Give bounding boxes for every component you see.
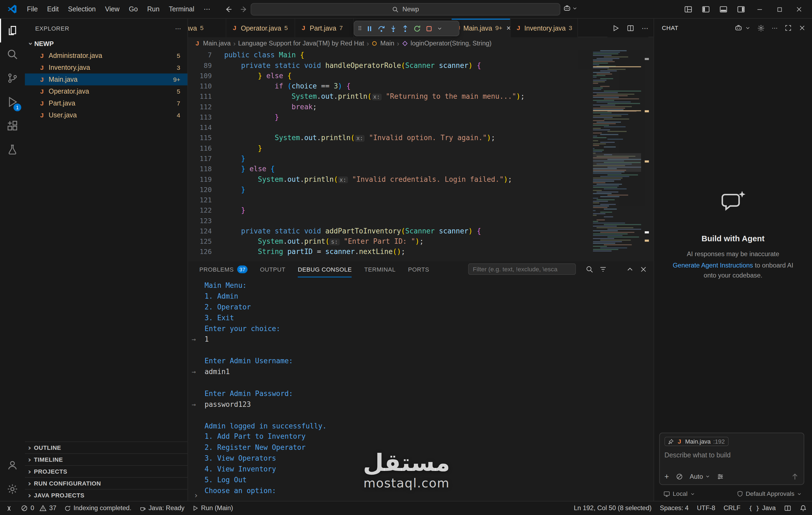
menubar-item[interactable]: Run [142,3,164,15]
maximize-panel-icon[interactable] [626,266,634,273]
maximize-button[interactable] [771,0,788,19]
remote-indicator-icon[interactable] [5,505,13,512]
toggle-primary-sidebar-icon[interactable] [698,3,714,16]
panel-tab[interactable]: PROBLEMS 37 [200,261,248,277]
run-file-icon[interactable] [612,24,619,32]
sidebar-section[interactable]: › PROJECTS [25,465,187,477]
agent-icon[interactable] [734,24,743,32]
model-settings-icon[interactable] [717,473,724,480]
editor-tab[interactable]: J Inventory.java 3 × [511,19,578,37]
extensions-activity-icon[interactable] [0,114,25,138]
language-mode[interactable]: { }Java [749,505,776,512]
indexing-status[interactable]: Indexing completed. [64,505,132,512]
chat-close-icon[interactable] [799,24,806,32]
java-status[interactable]: Java: Ready [139,505,184,512]
mode-picker[interactable]: Auto [690,473,710,480]
menubar-item[interactable]: View [100,3,124,15]
pause-button[interactable] [366,25,374,32]
problems-status[interactable]: 0 37 [21,505,57,512]
breadcrumb-item[interactable]: Language Support for Java(TM) by Red Hat [238,40,364,47]
attach-plus-icon[interactable]: + [665,472,669,481]
close-panel-icon[interactable] [640,266,647,273]
chat-input-placeholder[interactable]: Describe what to build [665,451,799,459]
run-status[interactable]: Run (Main) [192,505,233,512]
editor-tab[interactable]: J Operator.java 5 × [226,19,295,37]
panel-tab[interactable]: PORTS [408,261,429,277]
panel-tab[interactable]: OUTPUT [260,261,286,277]
approvals-picker[interactable]: Default Approvals [737,490,802,497]
tools-icon[interactable] [675,473,683,480]
sidebar-section[interactable]: › OUTLINE [25,442,187,453]
copilot-button[interactable] [560,3,581,14]
chevron-down-icon[interactable] [437,26,442,31]
source-control-activity-icon[interactable] [0,66,25,90]
sidebar-section[interactable]: › TIMELINE [25,453,187,465]
search-activity-icon[interactable] [0,42,25,66]
code-editor[interactable]: 7public class Main {89 private static vo… [188,50,654,262]
run-debug-activity-icon[interactable]: 1 [0,90,25,114]
command-center-search[interactable]: Newp [251,3,560,16]
step-out-button[interactable] [401,25,409,32]
editor-layout-icon[interactable] [784,505,791,512]
file-row[interactable]: J Part.java 7 [25,97,187,109]
breadcrumb-item[interactable]: loginOperator(String, String) [411,40,492,47]
drag-handle[interactable]: ⠿ [358,25,361,32]
menubar-item[interactable]: Selection [63,3,100,15]
restart-button[interactable] [413,25,421,32]
filter-icon[interactable] [599,266,607,273]
menubar-item[interactable]: Edit [42,3,63,15]
workspace-root-folder[interactable]: › NEWP [25,38,187,50]
customize-layout-icon[interactable] [680,3,696,16]
stop-button[interactable] [425,25,433,32]
explorer-activity-icon[interactable] [0,19,25,42]
cursor-position[interactable]: Ln 192, Col 50 (8 selected) [574,505,651,512]
context-chip[interactable]: J Main.java:192 [665,437,728,446]
chevron-down-icon[interactable] [745,25,750,31]
breadcrumb-item[interactable]: Main.java [203,40,231,47]
forward-arrow-icon[interactable] [240,5,248,13]
editor-tab[interactable]: J Main.java 9+ × [452,19,511,37]
eol-status[interactable]: CRLF [724,505,740,512]
editor-tab[interactable]: J Part.java 7 × [295,19,354,37]
indentation-status[interactable]: Spaces: 4 [660,505,689,512]
toggle-secondary-sidebar-icon[interactable] [733,3,749,16]
panel-tab[interactable]: TERMINAL [364,261,396,277]
file-row[interactable]: J Administrator.java 5 [25,50,187,62]
debug-console[interactable]: Main Menu:1. Admin2. Operator3. ExitEnte… [188,277,654,501]
local-session-picker[interactable]: Local [663,490,695,497]
toggle-panel-icon[interactable] [716,3,731,16]
testing-activity-icon[interactable] [0,138,25,161]
editor-tab[interactable]: J Administrator.java 5 × [188,19,227,37]
chat-input-box[interactable]: J Main.java:192 Describe what to build +… [659,432,805,485]
minimap-slider[interactable] [593,153,641,172]
split-editor-icon[interactable] [627,24,634,32]
panel-search-icon[interactable] [586,266,593,273]
generate-instructions-link[interactable]: Generate Agent Instructions [673,262,753,269]
minimize-button[interactable] [751,0,768,19]
settings-gear-icon[interactable] [0,477,25,501]
menubar-more[interactable]: ⋯ [199,3,215,15]
accounts-icon[interactable] [0,453,25,477]
back-arrow-icon[interactable] [224,5,233,13]
file-row[interactable]: J Operator.java 5 [25,86,187,97]
encoding-status[interactable]: UTF-8 [697,505,715,512]
chat-more-actions-icon[interactable]: ⋯ [772,24,778,32]
chat-settings-gear-icon[interactable] [757,24,765,32]
step-into-button[interactable] [389,25,397,32]
console-prompt-icon[interactable]: › [194,491,198,500]
file-row[interactable]: J User.java 4 [25,109,187,121]
close-icon[interactable]: × [506,24,511,32]
notifications-bell-icon[interactable] [800,505,807,512]
file-row[interactable]: J Main.java 9+ [25,73,187,86]
breadcrumb-item[interactable]: Main [380,40,394,47]
panel-tab[interactable]: DEBUG CONSOLE [298,261,352,277]
sidebar-section[interactable]: › RUN CONFIGURATION [25,477,187,489]
explorer-actions-icon[interactable]: ⋯ [175,25,181,32]
menubar-item[interactable]: Go [124,3,143,15]
editor-more-actions-icon[interactable]: ⋯ [642,24,648,32]
menubar-item[interactable]: File [22,3,42,15]
close-window-button[interactable] [790,0,808,19]
file-row[interactable]: J Inventory.java 3 [25,62,187,73]
send-button[interactable] [791,472,799,481]
console-filter-input[interactable] [468,264,576,275]
